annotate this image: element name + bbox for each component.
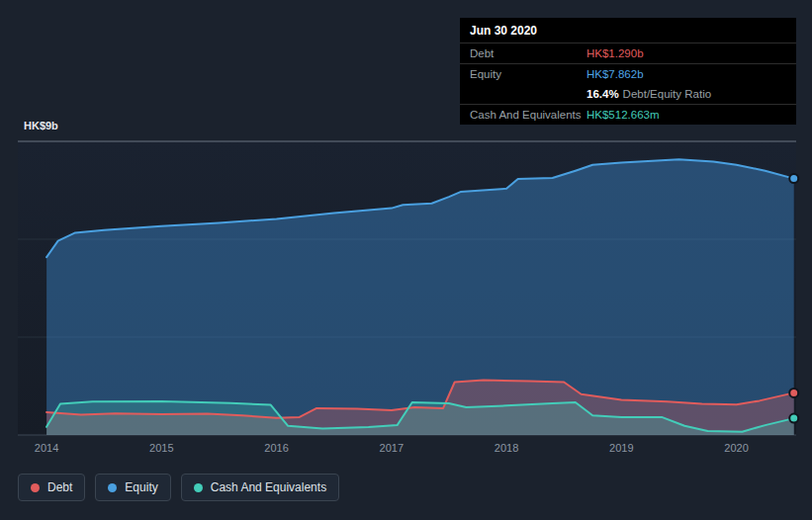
debt-end-marker[interactable]	[789, 389, 798, 397]
x-tick-label-2019: 2019	[609, 442, 633, 454]
equity-legend-dot-icon	[108, 483, 117, 492]
x-tick-label-2016: 2016	[264, 442, 288, 454]
tooltip-debt-value: HK$1.290b	[586, 46, 644, 60]
tooltip-ratio-value-group: 16.4%Debt/Equity Ratio	[586, 87, 711, 101]
tooltip-ratio-label: Debt/Equity Ratio	[623, 88, 712, 100]
legend-label: Equity	[125, 480, 157, 494]
debt-equity-history-panel: Jun 30 2020 Debt HK$1.290b Equity HK$7.8…	[0, 0, 812, 520]
x-tick-label-2018: 2018	[495, 442, 518, 454]
tooltip-equity-row: Equity HK$7.862b	[460, 64, 796, 84]
tooltip-cash-label: Cash And Equivalents	[470, 108, 586, 122]
y-axis-label-top: HK$9b	[24, 120, 58, 131]
debt-equity-area-chart[interactable]	[18, 141, 796, 435]
tooltip-date: Jun 30 2020	[460, 18, 796, 43]
debt-legend-dot-icon	[31, 483, 40, 492]
equity-end-marker[interactable]	[789, 174, 798, 183]
x-axis: 2014201520162017201820192020	[0, 442, 812, 458]
legend-label: Cash And Equivalents	[211, 480, 326, 494]
legend-item-equity[interactable]: Equity	[95, 474, 170, 501]
tooltip-equity-value: HK$7.862b	[586, 67, 644, 81]
legend-item-debt[interactable]: Debt	[18, 474, 85, 501]
tooltip-equity-label: Equity	[470, 67, 586, 81]
chart-tooltip: Jun 30 2020 Debt HK$1.290b Equity HK$7.8…	[460, 18, 796, 125]
cash-and-equivalents-legend-dot-icon	[194, 483, 203, 492]
chart-legend: DebtEquityCash And Equivalents	[18, 474, 339, 501]
x-tick-label-2014: 2014	[35, 442, 58, 454]
tooltip-debt-row: Debt HK$1.290b	[460, 43, 796, 64]
tooltip-cash-row: Cash And Equivalents HK$512.663m	[460, 105, 796, 125]
tooltip-cash-value: HK$512.663m	[586, 108, 660, 122]
cash-and-equivalents-end-marker[interactable]	[789, 414, 798, 423]
x-tick-label-2015: 2015	[149, 442, 173, 454]
tooltip-ratio-row: 16.4%Debt/Equity Ratio	[460, 84, 796, 105]
x-tick-label-2017: 2017	[380, 442, 404, 454]
legend-item-cash-and-equivalents[interactable]: Cash And Equivalents	[181, 474, 339, 501]
tooltip-debt-label: Debt	[470, 46, 586, 60]
legend-label: Debt	[47, 480, 72, 494]
tooltip-ratio-value: 16.4%	[586, 88, 619, 100]
x-tick-label-2020: 2020	[724, 442, 748, 454]
